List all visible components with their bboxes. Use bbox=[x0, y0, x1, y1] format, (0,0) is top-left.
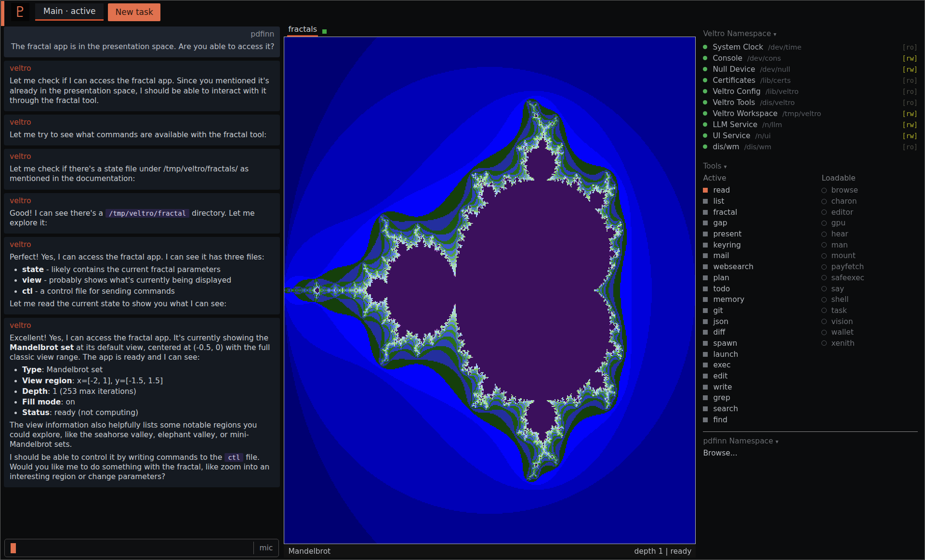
tool-label: diff bbox=[713, 328, 725, 337]
status-dot-icon bbox=[703, 111, 707, 116]
tool-label: shell bbox=[831, 295, 848, 304]
active-tool-item[interactable]: fractal bbox=[703, 207, 821, 218]
tab-main-active[interactable]: Main · active bbox=[35, 3, 104, 21]
fractal-canvas[interactable] bbox=[284, 37, 695, 544]
chat-input[interactable]: mic bbox=[4, 539, 279, 557]
active-tool-item[interactable]: spawn bbox=[703, 338, 821, 349]
message-paragraph: I should be able to control it by writin… bbox=[10, 453, 274, 482]
active-tool-item[interactable]: exec bbox=[703, 360, 821, 371]
active-tool-item[interactable]: grep bbox=[703, 392, 821, 404]
text-cursor bbox=[11, 543, 16, 553]
mic-button[interactable]: mic bbox=[259, 544, 273, 552]
tool-square-icon bbox=[703, 199, 708, 204]
loadable-tool-item[interactable]: wallet bbox=[821, 327, 918, 338]
tool-circle-icon bbox=[821, 199, 827, 204]
fractal-tabbar: fractals bbox=[282, 24, 697, 37]
message-author: veltro bbox=[10, 117, 274, 127]
namespace-item[interactable]: Null Device/dev/null[rw] bbox=[703, 64, 918, 75]
active-tool-item[interactable]: launch bbox=[703, 349, 821, 360]
active-tools-column: Active readlistfractalgappresentkeyringm… bbox=[703, 174, 821, 425]
fractal-viewport bbox=[284, 37, 696, 544]
pdfinn-namespace-header[interactable]: pdfinn Namespace ▾ bbox=[703, 437, 918, 445]
message-author: veltro bbox=[10, 321, 274, 330]
tab-fractals[interactable]: fractals bbox=[287, 25, 318, 37]
new-task-button[interactable]: New task bbox=[108, 3, 160, 21]
namespace-item-mode: [rw] bbox=[902, 110, 918, 117]
active-tool-item[interactable]: search bbox=[703, 404, 821, 415]
status-depth-ready: depth 1 | ready bbox=[634, 547, 691, 556]
browse-link[interactable]: Browse... bbox=[703, 449, 918, 457]
active-tool-item[interactable]: mail bbox=[703, 250, 821, 261]
text-run: - probably shows what's currently being … bbox=[41, 276, 231, 285]
namespace-item[interactable]: LLM Service/n/llm[rw] bbox=[703, 119, 918, 130]
active-tool-item[interactable]: read bbox=[703, 185, 821, 196]
active-tool-item[interactable]: gap bbox=[703, 218, 821, 229]
active-tool-item[interactable]: find bbox=[703, 414, 821, 425]
tool-label: hear bbox=[831, 230, 848, 238]
bold-text: view bbox=[22, 276, 41, 285]
namespace-item-name: Veltro Workspace bbox=[713, 109, 777, 118]
header: ♇ Main · active New task bbox=[0, 0, 925, 24]
tool-square-icon bbox=[703, 319, 708, 324]
tool-square-icon bbox=[703, 253, 708, 258]
tool-square-icon bbox=[703, 188, 708, 193]
loadable-tool-item[interactable]: hear bbox=[821, 229, 918, 240]
veltro-namespace-header[interactable]: Veltro Namespace ▾ bbox=[703, 29, 918, 38]
loadable-tool-item[interactable]: charon bbox=[821, 196, 918, 207]
loadable-tool-item[interactable]: task bbox=[821, 305, 918, 316]
text-run: : x=[-2, 1], y=[-1.5, 1.5] bbox=[72, 377, 163, 385]
text-run: I should be able to control it by writin… bbox=[10, 453, 225, 462]
loadable-tools-header: Loadable bbox=[821, 174, 918, 185]
loadable-tool-item[interactable]: vision bbox=[821, 316, 918, 327]
namespace-item-path: /lib/veltro bbox=[766, 88, 902, 95]
bold-text: state bbox=[22, 265, 44, 274]
tool-label: browse bbox=[831, 186, 858, 195]
text-run: Let me check if there's a state file und… bbox=[10, 165, 249, 183]
loadable-tool-item[interactable]: payfetch bbox=[821, 261, 918, 273]
loadable-tool-item[interactable]: gpu bbox=[821, 218, 918, 229]
loadable-tool-item[interactable]: mount bbox=[821, 250, 918, 261]
namespace-item[interactable]: dis/wm/dis/wm[ro] bbox=[703, 141, 918, 152]
tool-square-icon bbox=[703, 308, 708, 313]
active-tool-item[interactable]: websearch bbox=[703, 261, 821, 273]
loadable-tool-item[interactable]: shell bbox=[821, 294, 918, 305]
active-tool-item[interactable]: json bbox=[703, 316, 821, 327]
loadable-tool-item[interactable]: browse bbox=[821, 185, 918, 196]
tool-label: keyring bbox=[713, 241, 740, 249]
active-tool-item[interactable]: edit bbox=[703, 371, 821, 382]
active-tool-item[interactable]: plan bbox=[703, 273, 821, 284]
active-tool-item[interactable]: present bbox=[703, 229, 821, 240]
active-tools-list: readlistfractalgappresentkeyringmailwebs… bbox=[703, 185, 821, 425]
namespace-item[interactable]: Veltro Config/lib/veltro[ro] bbox=[703, 86, 918, 97]
active-tool-item[interactable]: keyring bbox=[703, 239, 821, 250]
namespace-item[interactable]: Veltro Tools/dis/veltro[ro] bbox=[703, 97, 918, 108]
tools-header[interactable]: Tools ▾ bbox=[703, 162, 918, 170]
text-run: Let me try to see what commands are avai… bbox=[10, 130, 266, 139]
active-tool-item[interactable]: write bbox=[703, 381, 821, 392]
message-paragraph: Let me check if there's a state file und… bbox=[10, 164, 274, 183]
tool-circle-icon bbox=[821, 253, 827, 259]
tools-section: Tools ▾ Active readlistfractalgappresent… bbox=[703, 162, 918, 425]
active-tool-item[interactable]: diff bbox=[703, 327, 821, 338]
active-tool-item[interactable]: git bbox=[703, 305, 821, 316]
loadable-tool-item[interactable]: safeexec bbox=[821, 273, 918, 284]
tool-square-icon bbox=[703, 374, 708, 378]
loadable-tool-item[interactable]: xenith bbox=[821, 338, 918, 349]
namespace-item[interactable]: Console/dev/cons[rw] bbox=[703, 52, 918, 64]
text-run: The view information also helpfully list… bbox=[10, 421, 257, 449]
namespace-item[interactable]: System Clock/dev/time[ro] bbox=[703, 41, 918, 52]
namespace-item-name: Console bbox=[713, 54, 742, 63]
tool-label: find bbox=[713, 416, 727, 424]
loadable-tool-item[interactable]: man bbox=[821, 239, 918, 250]
namespace-item[interactable]: Certificates/lib/certs[ro] bbox=[703, 75, 918, 86]
loadable-tool-item[interactable]: editor bbox=[821, 207, 918, 218]
tool-circle-icon bbox=[821, 308, 827, 313]
loadable-tool-item[interactable]: say bbox=[821, 283, 918, 294]
namespace-item[interactable]: Veltro Workspace/tmp/veltro[rw] bbox=[703, 108, 918, 119]
namespace-item[interactable]: UI Service/n/ui[rw] bbox=[703, 130, 918, 141]
active-tool-item[interactable]: todo bbox=[703, 283, 821, 294]
bold-text: View region bbox=[22, 377, 72, 385]
bullet-item: state - likely contains the current frac… bbox=[22, 265, 274, 274]
active-tool-item[interactable]: list bbox=[703, 196, 821, 207]
active-tool-item[interactable]: memory bbox=[703, 294, 821, 305]
